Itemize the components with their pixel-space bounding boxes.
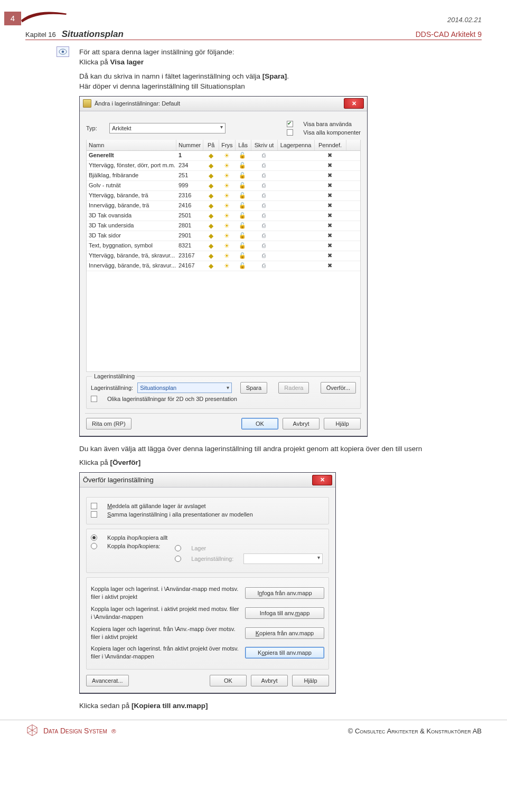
layer-setting-group: Lagerinställning Lagerinställning: Situa…	[86, 376, 361, 409]
help-button[interactable]: Hjälp	[292, 675, 329, 686]
page-title: Situationsplan	[62, 29, 124, 39]
table-row[interactable]: Generellt1◆☀🔓⎙✖	[87, 151, 360, 161]
transfer-dialog: Överför lagerinställning ✕ Meddela att g…	[79, 472, 336, 694]
chk-notify[interactable]	[91, 503, 97, 509]
notify-group: Meddela att gällande lager är avslaget S…	[86, 497, 329, 524]
table-row[interactable]: Text, byggnation, symbol8321◆☀🔓⎙✖	[87, 241, 360, 251]
col-freeze[interactable]: Frys	[219, 140, 235, 150]
col-pen[interactable]: Lagerpenna	[278, 140, 315, 150]
table-row[interactable]: Yttervägg, bärande, trä, skravur...23167…	[87, 251, 360, 261]
chapter-title: Kapitel 16 Situationsplan	[25, 29, 124, 40]
ls-label: Lagerinställning:	[91, 385, 133, 391]
titlebar: Ändra i lagerinställningar: Default ✕	[80, 97, 367, 111]
op2-button[interactable]: Infoga till anv.mapp	[245, 607, 324, 619]
op1-button[interactable]: Infoga från anv.mapp	[245, 587, 324, 599]
radio-lager-label: Lager	[191, 545, 206, 551]
brand-logo: Data Design System®	[25, 723, 116, 739]
op4-button[interactable]: Kopiera till anv.mapp	[245, 647, 324, 658]
header-swoosh	[21, 9, 69, 31]
table-row[interactable]: Yttervägg, bärande, trä2316◆☀🔓⎙✖	[87, 191, 360, 201]
product-name: DDS-CAD Arkitekt 9	[416, 30, 482, 39]
ls-name-input[interactable]: Situationsplan	[137, 383, 232, 393]
svg-point-1	[62, 51, 64, 53]
close-icon[interactable]: ✕	[312, 475, 332, 485]
ops-group: Koppla lager och lagerinst. i \Användar-…	[86, 577, 329, 670]
table-row[interactable]: 3D Tak undersida2801◆☀🔓⎙✖	[87, 221, 360, 231]
table-row[interactable]: Innervägg, bärande, trä2416◆☀🔓⎙✖	[87, 201, 360, 211]
layer-table: Namn Nummer På Frys Lås Skriv ut Lagerpe…	[86, 140, 361, 372]
eye-icon	[57, 46, 69, 57]
col-lock[interactable]: Lås	[236, 140, 251, 150]
intro-para-2: Då kan du skriva in namn i fältet lageri…	[79, 72, 482, 92]
save-button[interactable]: Spara	[240, 382, 267, 394]
delete-button[interactable]: Radera	[278, 382, 309, 394]
op4-text: Kopiera lager och lagerinst. från aktivt…	[91, 645, 240, 661]
layer-settings-dialog: Ändra i lagerinställningar: Default ✕ Ty…	[79, 96, 368, 437]
chk-same[interactable]	[91, 511, 97, 518]
chk-visa-alla[interactable]	[287, 129, 293, 136]
table-row[interactable]: Yttervägg, fönster, dörr, port m.m.234◆☀…	[87, 161, 360, 171]
radio-all[interactable]	[91, 534, 97, 541]
chk-2d-3d[interactable]	[91, 396, 97, 402]
ok-button[interactable]: OK	[210, 675, 247, 686]
group-legend: Lagerinställning	[92, 373, 137, 379]
op1-text: Koppla lager och lagerinst. i \Användar-…	[91, 585, 240, 601]
redraw-button[interactable]: Rita om (RP)	[86, 418, 132, 429]
col-on[interactable]: På	[203, 140, 219, 150]
post-para: Klicka sedan på [Kopiera till anv.mapp]	[79, 701, 482, 711]
op2-text: Koppla lager och lagerinst. i aktivt pro…	[91, 605, 240, 621]
radio-ls	[175, 556, 181, 562]
cancel-button[interactable]: Avbryt	[251, 675, 288, 686]
chk-same-label: Samma lagerinställning i alla presentati…	[107, 511, 253, 518]
ok-button[interactable]: OK	[241, 418, 278, 429]
col-print[interactable]: Skriv ut	[251, 140, 278, 150]
window-title: Överför lagerinställning	[83, 476, 154, 484]
window-title: Ändra i lagerinställningar: Default	[95, 100, 180, 107]
chk-visa-bara-label: Visa bara använda	[303, 121, 352, 127]
brand-glyph-icon	[25, 723, 39, 739]
help-button[interactable]: Hjälp	[324, 418, 361, 429]
radio-choose-label: Koppla ihop/kopiera:	[107, 543, 171, 549]
radio-ls-combo	[243, 553, 323, 564]
intro-para-1: För att spara denna lager inställning gö…	[79, 47, 482, 68]
radio-lager	[175, 545, 181, 551]
copy-mode-group: Koppla ihop/kopiera allt Koppla ihop/kop…	[86, 529, 329, 573]
op3-button[interactable]: Kopiera från anv.mapp	[245, 627, 324, 639]
advanced-button[interactable]: Avancerat...	[86, 675, 129, 686]
type-label: Typ:	[86, 125, 105, 131]
radio-ls-label: Lagerinställning:	[191, 556, 233, 562]
transfer-button[interactable]: Överför...	[321, 382, 356, 394]
mid-para-1: Du kan även välja att lägga över denna l…	[79, 444, 482, 454]
mid-para-2: Klicka på [Överför]	[79, 458, 482, 468]
radio-choose[interactable]	[91, 543, 97, 549]
chk-2d-3d-label: Olika lagerinställningar för 2D och 3D p…	[107, 396, 237, 402]
chk-visa-alla-label: Visa alla komponenter	[303, 129, 361, 136]
copyright: © Consultec Arkitekter & Konstruktörer A…	[348, 727, 482, 735]
close-icon[interactable]: ✕	[344, 98, 364, 109]
page-number: 4	[4, 12, 21, 25]
table-row[interactable]: 3D Tak sidor2901◆☀🔓⎙✖	[87, 231, 360, 241]
cancel-button[interactable]: Avbryt	[283, 418, 320, 429]
col-name[interactable]: Namn	[87, 140, 176, 150]
radio-all-label: Koppla ihop/kopiera allt	[107, 534, 167, 541]
window-icon	[83, 99, 91, 108]
table-row[interactable]: Bjälklag, fribärande251◆☀🔓⎙✖	[87, 171, 360, 181]
col-pendef[interactable]: Penndef.	[315, 140, 346, 150]
layer-table-header: Namn Nummer På Frys Lås Skriv ut Lagerpe…	[87, 140, 360, 151]
table-row[interactable]: 3D Tak ovansida2501◆☀🔓⎙✖	[87, 211, 360, 221]
brand-text: Data Design System	[43, 727, 107, 735]
header-date: 2014.02.21	[447, 16, 482, 24]
titlebar: Överför lagerinställning ✕	[80, 473, 335, 488]
col-number[interactable]: Nummer	[176, 140, 203, 150]
op3-text: Kopiera lager och lagerinst. från \Anv.-…	[91, 625, 240, 641]
type-select[interactable]: Arkitekt	[109, 123, 226, 133]
chk-notify-label: Meddela att gällande lager är avslaget	[107, 503, 206, 509]
table-row[interactable]: Innervägg, bärande, trä, skravur...24167…	[87, 261, 360, 271]
table-row[interactable]: Golv - rutnät999◆☀🔓⎙✖	[87, 181, 360, 191]
chapter-label: Kapitel 16	[25, 31, 56, 39]
chk-visa-bara[interactable]	[287, 121, 293, 127]
